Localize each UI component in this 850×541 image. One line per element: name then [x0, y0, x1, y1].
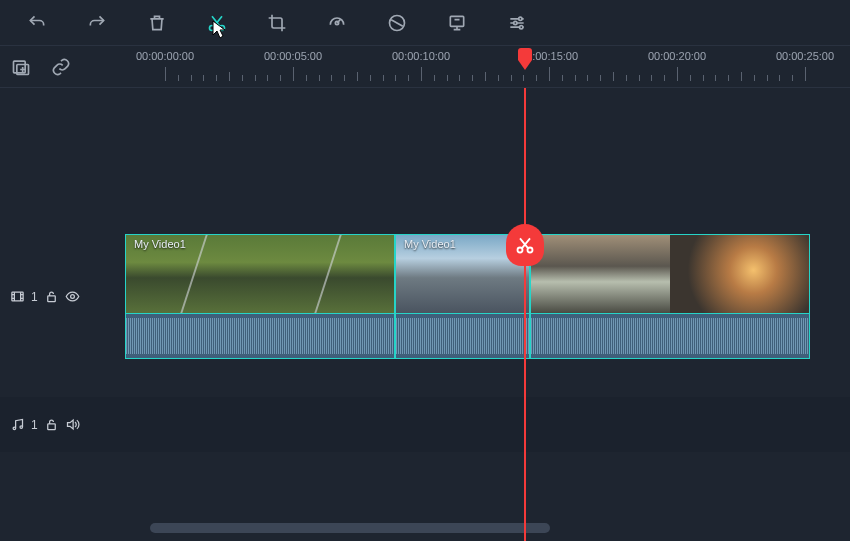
ruler-tools: [0, 46, 125, 87]
audio-track-head: 1: [0, 417, 125, 432]
scissors-icon: [515, 235, 535, 255]
audio-waveform[interactable]: [125, 314, 395, 359]
add-track-button[interactable]: [10, 56, 32, 78]
main-toolbar: [0, 0, 850, 46]
cut-badge[interactable]: [506, 224, 544, 266]
timeline-area: 1 My Video1My Video1 1: [0, 88, 850, 541]
ruler-label: 00:00:10:00: [392, 50, 450, 62]
video-track-row: 1 My Video1My Video1: [0, 234, 850, 359]
video-track-index: 1: [31, 290, 38, 304]
svg-point-13: [20, 426, 23, 429]
spacer-row: [0, 88, 850, 234]
svg-point-0: [210, 25, 215, 30]
svg-rect-10: [47, 296, 55, 302]
audio-track-index: 1: [31, 418, 38, 432]
svg-point-1: [220, 25, 225, 30]
svg-rect-3: [450, 16, 463, 26]
clip-label: My Video1: [404, 238, 456, 250]
gap-row: [0, 359, 850, 397]
ruler-label: 00:00:25:00: [776, 50, 834, 62]
playhead-handle[interactable]: [518, 48, 532, 76]
split-button[interactable]: [202, 8, 232, 38]
crop-button[interactable]: [262, 8, 292, 38]
svg-point-5: [514, 21, 517, 24]
settings-button[interactable]: [502, 8, 532, 38]
speed-button[interactable]: [322, 8, 352, 38]
audio-waveform[interactable]: [395, 314, 530, 359]
lock-icon[interactable]: [44, 289, 59, 304]
link-button[interactable]: [50, 56, 72, 78]
svg-point-12: [13, 427, 16, 430]
color-button[interactable]: [382, 8, 412, 38]
svg-rect-9: [12, 292, 23, 301]
speaker-icon[interactable]: [65, 417, 80, 432]
export-button[interactable]: [442, 8, 472, 38]
time-ruler-row: 00:00:00:0000:00:05:0000:00:10:0000:00:1…: [0, 46, 850, 88]
time-ruler[interactable]: 00:00:00:0000:00:05:0000:00:10:0000:00:1…: [125, 46, 850, 87]
playhead[interactable]: [524, 88, 526, 541]
video-track-head: 1: [0, 289, 125, 304]
lock-icon[interactable]: [44, 417, 59, 432]
svg-point-4: [519, 17, 522, 20]
eye-icon[interactable]: [65, 289, 80, 304]
ruler-label: 00:00:20:00: [648, 50, 706, 62]
horizontal-scrollbar[interactable]: [150, 523, 550, 533]
redo-button[interactable]: [82, 8, 112, 38]
music-icon: [10, 417, 25, 432]
svg-rect-14: [47, 424, 55, 430]
filmstrip-icon: [10, 289, 25, 304]
delete-button[interactable]: [142, 8, 172, 38]
ruler-label: 00:00:00:00: [136, 50, 194, 62]
audio-waveform[interactable]: [530, 314, 810, 359]
video-clip[interactable]: [530, 234, 810, 314]
clip-label: My Video1: [134, 238, 186, 250]
audio-track-row: 1: [0, 397, 850, 452]
video-clip[interactable]: My Video1: [125, 234, 395, 314]
svg-point-11: [70, 295, 74, 299]
audio-track-body[interactable]: [125, 397, 850, 452]
svg-point-6: [520, 25, 523, 28]
ruler-label: 00:00:05:00: [264, 50, 322, 62]
video-track-body[interactable]: My Video1My Video1: [125, 234, 850, 359]
undo-button[interactable]: [22, 8, 52, 38]
